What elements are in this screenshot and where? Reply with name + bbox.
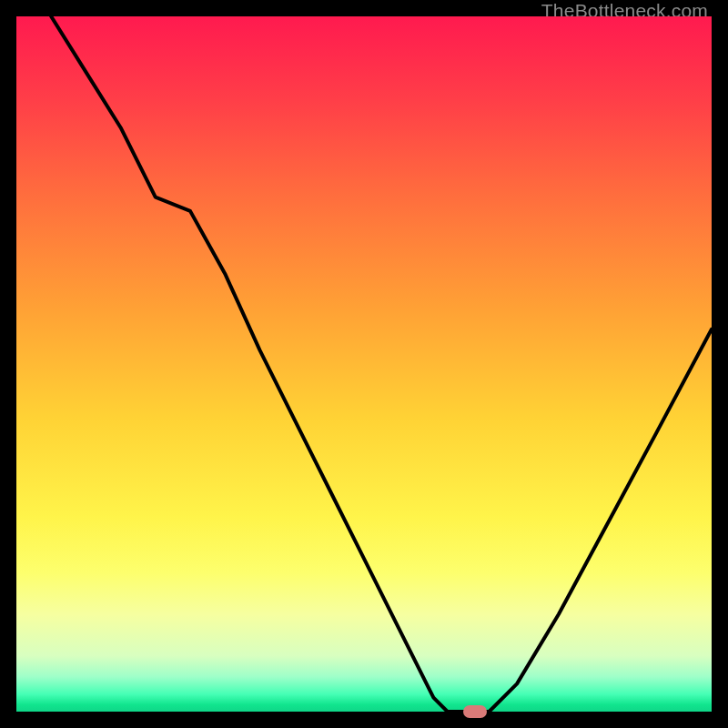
chart-frame: TheBottleneck.com [0, 0, 728, 728]
main-curve [51, 16, 712, 712]
curve-svg [16, 16, 712, 712]
optimal-marker [463, 705, 487, 718]
plot-area [16, 16, 712, 712]
